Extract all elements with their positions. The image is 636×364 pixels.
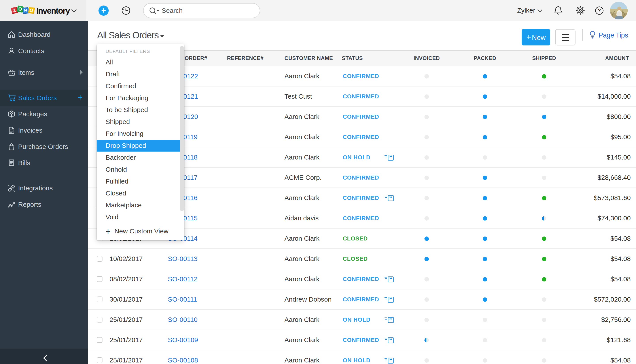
svg-text:?: ? [598,8,601,14]
